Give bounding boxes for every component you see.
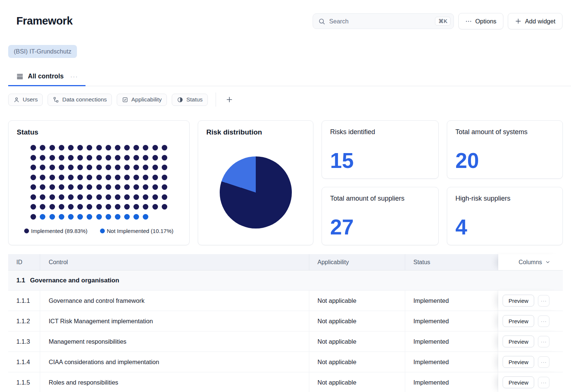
row-status[interactable]: Implemented — [405, 291, 498, 311]
status-dot-implemented — [115, 204, 120, 210]
status-dot-implemented — [68, 165, 74, 170]
preview-button[interactable]: Preview — [503, 356, 534, 368]
row-applicability[interactable]: Not applicable — [309, 311, 405, 331]
kpi-card-high-risk-suppliers: High-risk suppliers4 — [447, 187, 563, 245]
status-dot-implemented — [30, 204, 36, 210]
add-widget-label: Add widget — [525, 18, 555, 25]
status-dot-implemented — [59, 145, 64, 150]
row-applicability[interactable]: Not applicable — [309, 372, 405, 392]
preview-button[interactable]: Preview — [503, 315, 534, 327]
status-dot-implemented — [133, 145, 139, 150]
status-dot-implemented — [77, 194, 83, 200]
status-dot-not-implemented — [40, 214, 45, 220]
filter-data-connections[interactable]: Data connections — [48, 94, 112, 106]
tab-options-icon[interactable]: ··· — [70, 73, 78, 80]
row-menu-button[interactable]: ··· — [538, 356, 549, 368]
filter-status[interactable]: Status — [172, 94, 208, 106]
status-dot-implemented — [40, 175, 45, 180]
status-dot-implemented — [96, 155, 102, 161]
status-dot-implemented — [40, 184, 45, 190]
column-header-id[interactable]: ID — [8, 254, 40, 270]
tab-all-controls[interactable]: All controls ··· — [8, 70, 86, 86]
status-dot-implemented — [115, 145, 120, 150]
status-dot-implemented — [124, 155, 130, 161]
status-dot-implemented — [49, 204, 55, 210]
columns-menu-label: Columns — [519, 259, 542, 266]
row-id[interactable]: 1.1.5 — [8, 372, 40, 392]
row-actions: Preview··· — [498, 291, 563, 311]
status-dot-implemented — [106, 194, 111, 200]
columns-menu-button[interactable]: Columns — [498, 254, 563, 270]
status-dot-implemented — [87, 184, 92, 190]
status-dot-implemented — [124, 145, 130, 150]
status-dot-implemented — [152, 194, 158, 200]
kpi-label: Total amount of suppliers — [330, 195, 430, 203]
status-dot-implemented — [162, 175, 167, 180]
row-id[interactable]: 1.1.3 — [8, 331, 40, 352]
column-header-control[interactable]: Control — [40, 254, 309, 270]
row-control[interactable]: Roles and responsibilities — [40, 372, 309, 392]
row-control[interactable]: CIAA considerations and implementation — [40, 352, 309, 372]
add-widget-button[interactable]: Add widget — [508, 13, 562, 29]
kpi-value: 27 — [330, 217, 430, 238]
status-dot-implemented — [133, 165, 139, 170]
filter-applicability[interactable]: Applicability — [117, 94, 167, 106]
status-dot-implemented — [59, 204, 64, 210]
legend-dot-icon — [100, 229, 105, 233]
status-dot-implemented — [68, 204, 74, 210]
preview-button[interactable]: Preview — [503, 376, 534, 388]
status-dot-implemented — [133, 184, 139, 190]
preview-button[interactable]: Preview — [503, 336, 534, 347]
status-dot-implemented — [152, 204, 158, 210]
search-box[interactable]: ⌘K — [313, 13, 454, 29]
status-dot-implemented — [106, 184, 111, 190]
kpi-value: 4 — [455, 217, 554, 238]
group-label: Governance and organisation — [30, 277, 119, 284]
row-status[interactable]: Implemented — [405, 352, 498, 372]
status-dot-implemented — [87, 204, 92, 210]
row-control[interactable]: ICT Risk Management implementation — [40, 311, 309, 331]
filter-users[interactable]: Users — [8, 94, 43, 106]
group-row[interactable]: 1.1 Governance and organisation — [8, 270, 563, 291]
row-applicability[interactable]: Not applicable — [309, 291, 405, 311]
framework-chip[interactable]: (BSI) IT-Grundschutz — [8, 45, 77, 58]
status-dot-implemented — [152, 165, 158, 170]
row-control[interactable]: Management responsibilities — [40, 331, 309, 352]
legend-item: Implemented (89.83%) — [24, 228, 87, 234]
user-icon — [13, 97, 20, 103]
status-dot-implemented — [40, 155, 45, 161]
status-dot-implemented — [49, 155, 55, 161]
contrast-icon — [177, 97, 183, 103]
row-menu-button[interactable]: ··· — [538, 315, 549, 327]
row-menu-button[interactable]: ··· — [538, 377, 549, 388]
preview-button[interactable]: Preview — [503, 295, 534, 307]
row-status[interactable]: Implemented — [405, 372, 498, 392]
row-applicability[interactable]: Not applicable — [309, 352, 405, 372]
row-id[interactable]: 1.1.1 — [8, 291, 40, 311]
status-legend: Implemented (89.83%)Not Implemented (10.… — [17, 228, 181, 234]
filter-label: Status — [186, 96, 203, 103]
row-menu-button[interactable]: ··· — [538, 336, 549, 347]
status-dot-implemented — [87, 165, 92, 170]
status-dot-implemented — [77, 165, 83, 170]
row-id[interactable]: 1.1.4 — [8, 352, 40, 372]
column-header-status[interactable]: Status — [405, 254, 498, 270]
status-dot-implemented — [96, 204, 102, 210]
add-filter-button[interactable] — [224, 94, 235, 105]
row-id[interactable]: 1.1.2 — [8, 311, 40, 331]
options-button[interactable]: Options — [458, 13, 503, 29]
row-control[interactable]: Governance and control framework — [40, 291, 309, 311]
status-dot-implemented — [152, 175, 158, 180]
column-header-applicability[interactable]: Applicability — [309, 254, 405, 270]
search-input[interactable] — [329, 18, 431, 25]
status-dot-implemented — [96, 165, 102, 170]
status-dot-implemented — [30, 155, 36, 161]
row-status[interactable]: Implemented — [405, 331, 498, 352]
row-menu-button[interactable]: ··· — [538, 295, 549, 307]
status-dot-implemented — [40, 145, 45, 150]
kpi-value: 15 — [330, 150, 430, 171]
row-status[interactable]: Implemented — [405, 311, 498, 331]
risk-distribution-pie-chart — [220, 156, 292, 229]
status-dot-not-implemented — [87, 214, 92, 220]
row-applicability[interactable]: Not applicable — [309, 331, 405, 352]
